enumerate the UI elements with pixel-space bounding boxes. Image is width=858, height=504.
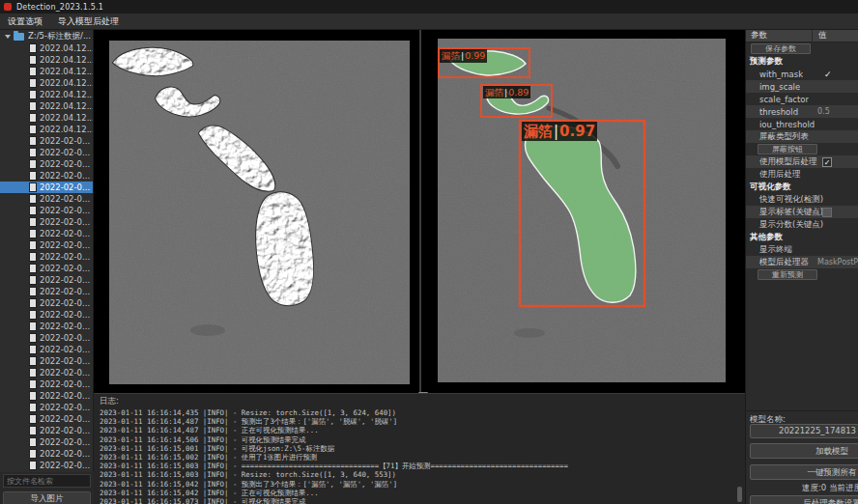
file-icon [30, 56, 36, 64]
tree-item[interactable]: 2022-02-0... [0, 332, 93, 344]
tree-item[interactable]: 2022-02-0... [0, 321, 93, 332]
tree-item-label: 2022-02-0... [40, 194, 90, 204]
file-icon [30, 346, 36, 353]
log-scrollbar-handle[interactable] [737, 487, 742, 502]
tree-item[interactable]: 2022-02-0... [0, 425, 93, 436]
tree-item[interactable]: 2022-02-0... [0, 460, 93, 471]
tree-item[interactable]: 2022-02-0... [0, 436, 93, 448]
tree-item-label: 2022-02-0... [40, 275, 90, 285]
tree-item[interactable]: 2022.04.12... [0, 42, 93, 54]
file-icon [30, 322, 36, 330]
tree-item-label: 2022.04.12... [40, 113, 94, 123]
tree-item[interactable]: 2022-02-0... [0, 158, 93, 170]
file-icon [30, 369, 36, 377]
tree-item[interactable]: 2022-02-0... [0, 251, 93, 263]
param-name: iou_threshold [746, 120, 815, 129]
detection-class: 漏箔 [442, 50, 460, 61]
tree-item[interactable]: 2022-02-0... [0, 286, 93, 297]
menu-item-settings[interactable]: 设置选项 [8, 15, 43, 28]
tree-item[interactable]: 2022.04.12... [0, 124, 93, 135]
tree-item-label: 2022-02-0... [40, 287, 90, 296]
tree-item[interactable]: 2022-02-0... [0, 135, 93, 147]
checkbox-checked[interactable]: ✓ [822, 157, 832, 167]
right-image [438, 39, 726, 382]
tree-item[interactable]: 2022-02-0... [0, 402, 93, 413]
tree-item[interactable]: 2022.04.12... [0, 100, 93, 112]
tree-item[interactable]: 2022.04.12... [0, 89, 93, 100]
model-id-field[interactable]: 20221225_174813 [750, 424, 858, 438]
tree-item-label: 2022-02-0... [40, 414, 90, 424]
tree-item[interactable]: 2022-02-0... [0, 274, 93, 286]
tree-item[interactable]: 2022-02-0... [0, 216, 93, 228]
menu-bar: 设置选项 导入模型后处理 [0, 14, 858, 30]
tree-item[interactable]: 2022-02-0... [0, 297, 93, 309]
param-row: 模型后处理器MaskPostPro [746, 256, 858, 268]
tree-item[interactable]: 2022-02-0... [0, 367, 93, 378]
tree-item[interactable]: 2022-02-0 [0, 471, 93, 472]
import-image-button[interactable]: 导入图片 [3, 491, 91, 504]
log-line: 2023-01-11 16:16:15,003 |INFO| - Resize:… [100, 470, 745, 479]
params-button-row: 保存参数 [746, 42, 858, 55]
file-icon [30, 79, 36, 87]
tree-item[interactable]: 2022-02-0... [0, 239, 93, 251]
tree-item[interactable]: 2022-02-0... [0, 263, 93, 274]
file-icon [30, 230, 36, 238]
tree-item[interactable]: 2022.04.12... [0, 77, 93, 89]
tree-item[interactable]: 2022-02-0... [0, 390, 93, 402]
tree-item[interactable]: 2022-02-0... [0, 193, 93, 205]
tree-item[interactable]: 2022-02-0... [0, 344, 93, 355]
param-row: with_mask✓ [746, 68, 858, 80]
file-icon [30, 218, 36, 226]
param-name: scale_factor [746, 95, 809, 104]
log-scrollbar[interactable] [737, 395, 742, 504]
param-button[interactable]: 保存参数 [751, 43, 811, 54]
log-line: 2023-01-11 16:16:15,042 |INFO| - 正在可视化预测… [100, 489, 745, 497]
log-line: 2023-01-11 16:16:14,506 |INFO| - 可视化预测结果… [100, 435, 745, 444]
tree-item[interactable]: 2022-02-0... [0, 448, 93, 460]
tree-root-folder[interactable]: Z:/5-标注数据/... [0, 30, 93, 42]
detection-score: 0.99 [465, 50, 485, 61]
param-button[interactable]: 屏蔽按钮 [758, 144, 817, 154]
file-icon [30, 334, 36, 342]
param-button[interactable]: 重新预测 [758, 269, 817, 280]
load-model-button[interactable]: 加载模型 [750, 443, 858, 459]
param-value: MaskPostPro [817, 258, 858, 266]
tree-root-label: Z:/5-标注数据/... [28, 31, 91, 42]
tree-item[interactable]: 2022.04.12... [0, 112, 93, 124]
tree-item-label: 2022-02-0... [40, 322, 90, 331]
search-input[interactable] [3, 474, 91, 488]
tree-item[interactable]: 2022-02-0... [0, 205, 93, 216]
predict-all-button[interactable]: 一键预测所有 [750, 464, 858, 480]
tree-item[interactable]: 2022-02-0... [0, 170, 93, 182]
tree-expand-arrow-icon[interactable] [5, 35, 11, 39]
params-rows: 保存参数预测参数with_mask✓img_scalescale_factort… [746, 42, 858, 281]
tree-item[interactable]: 2022-02-0... [0, 182, 93, 193]
tree-item-label: 2022.04.12... [40, 90, 94, 99]
postprocess-settings-button[interactable]: 后处理参数设置 [750, 495, 858, 504]
tree-item-label: 2022-02-0... [40, 403, 90, 412]
log-lines: 2023-01-11 16:16:14,435 |INFO| - Resize:… [94, 408, 745, 504]
tree-item[interactable]: 2022.04.12... [0, 54, 93, 66]
file-icon [30, 265, 36, 272]
checkbox-empty[interactable] [822, 208, 832, 217]
param-name: 快速可视化(检测) [746, 194, 823, 206]
log-line: 2023-01-11 16:16:15,001 |INFO| - 可视化json… [100, 444, 745, 453]
tree-item-label: 2022-02-0... [40, 229, 90, 238]
panel-divider [419, 30, 421, 393]
tree-item[interactable]: 2022-02-0... [0, 228, 93, 239]
tree-item[interactable]: 2022-02-0... [0, 413, 93, 425]
tree-item[interactable]: 2022-02-0... [0, 378, 93, 390]
tree-item-label: 2022-02-0... [40, 333, 90, 343]
tree-item[interactable]: 2022-02-0... [0, 309, 93, 321]
tree-item-label: 2022-02-0... [40, 310, 90, 320]
file-icon [30, 172, 36, 180]
param-name: 显示分数(关键点) [746, 219, 823, 231]
tree-item-label: 2022-02-0... [40, 368, 90, 378]
file-icon [30, 126, 36, 133]
file-icon [30, 149, 36, 156]
log-line: 2023-01-11 16:16:14,487 |INFO| - 预测出了3个结… [100, 417, 745, 426]
tree-item[interactable]: 2022-02-0... [0, 355, 93, 367]
tree-item[interactable]: 2022-02-0... [0, 147, 93, 158]
tree-item[interactable]: 2022.04.12... [0, 66, 93, 77]
menu-item-import-postprocess[interactable]: 导入模型后处理 [58, 15, 119, 28]
